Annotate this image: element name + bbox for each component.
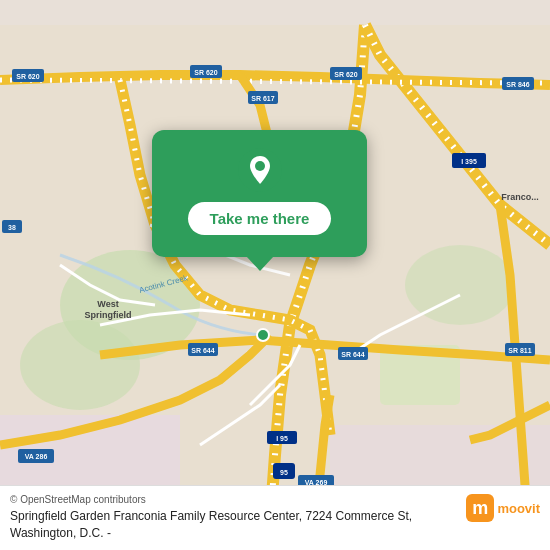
svg-text:SR 811: SR 811 (508, 347, 531, 354)
svg-text:SR 620: SR 620 (16, 73, 39, 80)
map-svg: 95 I 95 I 395 SR 620 SR 620 SR 620 SR 84… (0, 0, 550, 550)
svg-point-39 (257, 329, 269, 341)
svg-text:Springfield: Springfield (85, 310, 132, 320)
svg-text:West: West (97, 299, 118, 309)
svg-text:SR 620: SR 620 (194, 69, 217, 76)
svg-text:95: 95 (280, 469, 288, 476)
svg-text:VA 286: VA 286 (25, 453, 48, 460)
svg-text:Franco...: Franco... (501, 192, 539, 202)
attribution-text: © OpenStreetMap contributors (10, 494, 440, 505)
moovit-logo: m moovit (466, 494, 540, 522)
bottom-bar-content: © OpenStreetMap contributors Springfield… (10, 494, 440, 542)
address-text: Springfield Garden Franconia Family Reso… (10, 508, 440, 542)
svg-text:SR 644: SR 644 (341, 351, 364, 358)
svg-text:I 395: I 395 (461, 158, 477, 165)
svg-text:SR 644: SR 644 (191, 347, 214, 354)
popup-card: Take me there (152, 130, 367, 257)
moovit-letter: m (466, 494, 494, 522)
svg-text:SR 620: SR 620 (334, 71, 357, 78)
map-container: 95 I 95 I 395 SR 620 SR 620 SR 620 SR 84… (0, 0, 550, 550)
svg-point-2 (20, 320, 140, 410)
svg-text:I 95: I 95 (276, 435, 288, 442)
svg-text:38: 38 (8, 224, 16, 231)
svg-text:SR 846: SR 846 (506, 81, 529, 88)
take-me-there-button[interactable]: Take me there (188, 202, 332, 235)
map-background: 95 I 95 I 395 SR 620 SR 620 SR 620 SR 84… (0, 0, 550, 550)
bottom-bar: © OpenStreetMap contributors Springfield… (0, 485, 550, 550)
location-pin-icon (238, 148, 282, 192)
app: 95 I 95 I 395 SR 620 SR 620 SR 620 SR 84… (0, 0, 550, 550)
svg-text:SR 617: SR 617 (251, 95, 274, 102)
svg-point-41 (255, 161, 265, 171)
moovit-name: moovit (497, 501, 540, 516)
